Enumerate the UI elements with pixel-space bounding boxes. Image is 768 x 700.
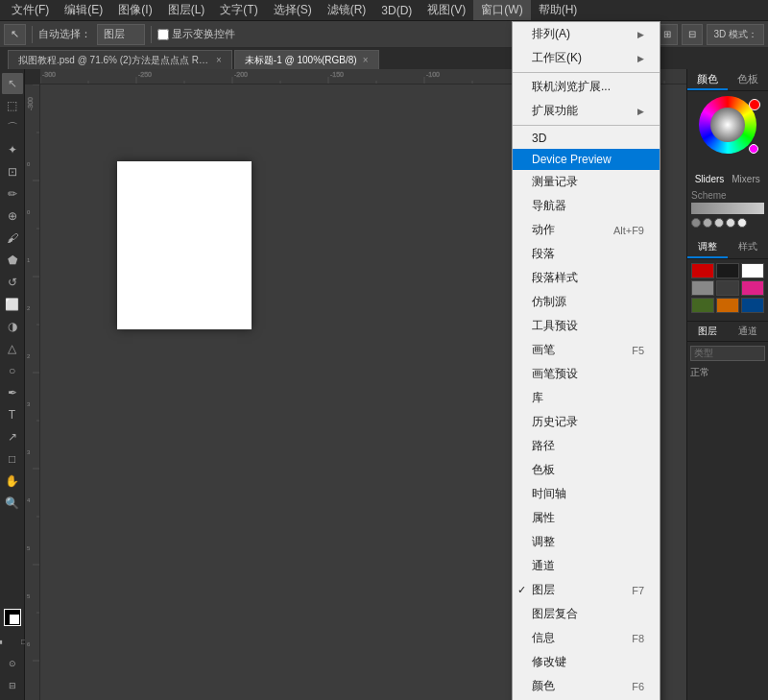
menu-clone-source[interactable]: 仿制源: [513, 290, 660, 314]
menu-brush[interactable]: 画笔 F5: [513, 338, 660, 362]
menu-properties[interactable]: 属性: [513, 506, 660, 530]
menu-sep-2: [513, 125, 660, 126]
menu-timeline[interactable]: 时间轴: [513, 482, 660, 506]
menu-navigator[interactable]: 导航器: [513, 194, 660, 218]
menu-modifier-keys[interactable]: 修改键: [513, 650, 660, 674]
menu-measurement-log[interactable]: 测量记录: [513, 170, 660, 194]
window-dropdown-menu: 排列(A) 工作区(K) 联机浏览扩展... 扩展功能 3D Device Pr…: [512, 21, 660, 700]
menu-tool-presets[interactable]: 工具预设: [513, 314, 660, 338]
menu-workspace[interactable]: 工作区(K): [513, 46, 660, 70]
menu-swatches[interactable]: 色板: [513, 458, 660, 482]
menu-adjustments[interactable]: 调整: [513, 530, 660, 554]
menu-extensions[interactable]: 扩展功能: [513, 99, 660, 123]
layers-check-icon: ✓: [517, 584, 526, 596]
dropdown-overlay[interactable]: 排列(A) 工作区(K) 联机浏览扩展... 扩展功能 3D Device Pr…: [0, 0, 768, 700]
menu-actions[interactable]: 动作 Alt+F9: [513, 218, 660, 242]
menu-3d[interactable]: 3D: [513, 128, 660, 149]
menu-brush-presets[interactable]: 画笔预设: [513, 362, 660, 386]
menu-device-preview[interactable]: Device Preview: [513, 149, 660, 170]
menu-arrange[interactable]: 排列(A): [513, 22, 660, 46]
menu-browse-online[interactable]: 联机浏览扩展...: [513, 75, 660, 99]
menu-paragraph[interactable]: 段落: [513, 242, 660, 266]
menu-paragraph-styles[interactable]: 段落样式: [513, 266, 660, 290]
menu-libraries[interactable]: 库: [513, 386, 660, 410]
menu-history[interactable]: 历史记录: [513, 410, 660, 434]
menu-layer-comps[interactable]: 图层复合: [513, 602, 660, 626]
menu-channels[interactable]: 通道: [513, 554, 660, 578]
menu-color[interactable]: 颜色 F6: [513, 674, 660, 698]
menu-info[interactable]: 信息 F8: [513, 626, 660, 650]
menu-paths[interactable]: 路径: [513, 434, 660, 458]
menu-layers[interactable]: ✓ 图层 F7: [513, 578, 660, 602]
menu-sep-1: [513, 72, 660, 73]
